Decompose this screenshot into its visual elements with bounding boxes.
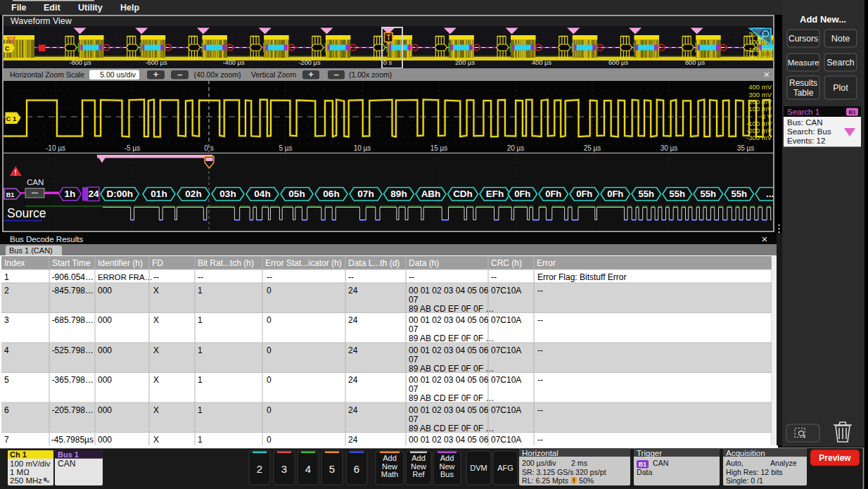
svg-text:X: X xyxy=(153,405,159,415)
svg-text:-200 µs: -200 µs xyxy=(298,59,321,66)
svg-text:+: + xyxy=(153,69,159,80)
svg-text:24: 24 xyxy=(88,189,99,199)
svg-text:Utility: Utility xyxy=(78,3,103,13)
svg-text:RL: 6.25 Mpts: RL: 6.25 Mpts xyxy=(522,476,568,485)
svg-text:0Fh: 0Fh xyxy=(545,189,561,199)
svg-text:X: X xyxy=(153,375,159,385)
svg-text:+: + xyxy=(308,69,314,80)
svg-text:5: 5 xyxy=(4,375,9,385)
svg-text:1h: 1h xyxy=(65,189,76,199)
svg-text:0: 0 xyxy=(267,405,272,415)
svg-text:0 s: 0 s xyxy=(383,59,392,66)
svg-text:600 µs: 600 µs xyxy=(608,59,628,66)
svg-text:02h: 02h xyxy=(185,189,201,199)
svg-text:(1.00x zoom): (1.00x zoom) xyxy=(349,70,392,79)
svg-text:35 µs: 35 µs xyxy=(737,144,755,152)
svg-text:89 AB CD EF 0F 0F …: 89 AB CD EF 0F 0F … xyxy=(409,364,494,374)
svg-text:05h: 05h xyxy=(288,189,305,199)
svg-text:Data (h): Data (h) xyxy=(409,258,439,268)
svg-text:07: 07 xyxy=(409,324,419,334)
svg-text:-845.798…: -845.798… xyxy=(52,286,94,296)
svg-text:200 µs/div: 200 µs/div xyxy=(522,459,556,467)
svg-text:55h: 55h xyxy=(670,189,685,199)
svg-text:1: 1 xyxy=(4,272,9,282)
svg-text:Bus Decode Results: Bus Decode Results xyxy=(10,235,83,243)
svg-text:-5 µs: -5 µs xyxy=(125,144,140,152)
svg-text:–: – xyxy=(177,69,182,80)
svg-text:24: 24 xyxy=(348,405,358,415)
svg-text:07: 07 xyxy=(409,355,419,364)
svg-text:000: 000 xyxy=(98,375,112,385)
svg-text:000: 000 xyxy=(98,435,112,445)
svg-text:Search 1: Search 1 xyxy=(787,108,819,116)
svg-text:Add: Add xyxy=(440,454,454,462)
svg-text:–: – xyxy=(333,69,338,80)
svg-text:4: 4 xyxy=(305,463,311,475)
svg-text:24: 24 xyxy=(348,286,358,296)
svg-text:07C10A: 07C10A xyxy=(491,375,521,385)
svg-text:0Fh: 0Fh xyxy=(514,189,530,199)
svg-text:07C10A: 07C10A xyxy=(491,315,521,325)
svg-text:Bit Rat...tch (h): Bit Rat...tch (h) xyxy=(198,258,254,268)
svg-text:X: X xyxy=(153,345,159,355)
svg-text:24: 24 xyxy=(348,375,358,385)
svg-text:89h: 89h xyxy=(390,189,407,199)
svg-text:--: -- xyxy=(491,272,497,282)
svg-text:CAN: CAN xyxy=(653,459,668,467)
svg-text:000: 000 xyxy=(98,315,112,325)
svg-text:Analyze: Analyze xyxy=(770,459,797,467)
svg-text:High Res: 12 bits: High Res: 12 bits xyxy=(726,468,783,476)
svg-text:Table: Table xyxy=(793,88,814,98)
svg-text:06h: 06h xyxy=(323,189,339,199)
svg-text:--: -- xyxy=(409,272,414,282)
svg-text:Add: Add xyxy=(411,454,426,462)
svg-text:1: 1 xyxy=(198,435,203,445)
svg-text:-906.054…: -906.054… xyxy=(52,272,94,282)
svg-text:0: 0 xyxy=(267,345,272,355)
svg-text:Math: Math xyxy=(381,470,398,478)
svg-text:-600 µs: -600 µs xyxy=(145,59,167,66)
svg-text:55h: 55h xyxy=(639,189,654,199)
svg-text:20 µs: 20 µs xyxy=(507,144,525,152)
svg-text:Single: 0 /1: Single: 0 /1 xyxy=(726,476,763,485)
svg-text:000: 000 xyxy=(98,345,112,355)
svg-text:--: -- xyxy=(537,405,543,415)
svg-text:1: 1 xyxy=(198,315,203,325)
svg-text:Ref: Ref xyxy=(412,470,425,478)
svg-text:6: 6 xyxy=(4,405,9,415)
svg-text:Acquisition: Acquisition xyxy=(726,449,765,457)
svg-text:Edit: Edit xyxy=(44,3,60,13)
svg-text:DVM: DVM xyxy=(470,464,487,472)
svg-text:07C10A: 07C10A xyxy=(491,286,521,296)
svg-text:2 ms: 2 ms xyxy=(571,459,587,467)
svg-text:24: 24 xyxy=(348,315,358,325)
svg-text:07: 07 xyxy=(409,414,419,424)
svg-text:5.00 us/div: 5.00 us/div xyxy=(100,70,136,79)
svg-text:Bus 1: Bus 1 xyxy=(58,450,79,459)
svg-text:Data L...th (d): Data L...th (d) xyxy=(348,258,400,268)
svg-text:Error Flag: Bitstuff Error: Error Flag: Bitstuff Error xyxy=(537,272,626,282)
svg-text:89 AB CD EF 0F 0F …: 89 AB CD EF 0F 0F … xyxy=(409,424,494,433)
svg-text:AFG: AFG xyxy=(497,464,513,472)
svg-text:Ch 1: Ch 1 xyxy=(10,450,27,459)
svg-text:Bus: Bus xyxy=(440,470,454,478)
svg-text:25 µs: 25 µs xyxy=(584,144,601,152)
svg-text:000: 000 xyxy=(98,405,112,415)
svg-text:07: 07 xyxy=(409,295,419,305)
svg-text:Vertical Zoom: Vertical Zoom xyxy=(251,70,296,79)
svg-text:(40.00x zoom): (40.00x zoom) xyxy=(194,70,241,79)
svg-text:CDh: CDh xyxy=(453,189,473,199)
svg-text:1: 1 xyxy=(198,286,203,296)
svg-text:250 MHz: 250 MHz xyxy=(10,476,42,485)
svg-text:Identifier (h): Identifier (h) xyxy=(98,258,143,268)
svg-text:EFh: EFh xyxy=(486,189,504,199)
svg-text:3: 3 xyxy=(4,315,9,325)
svg-text:...: ... xyxy=(766,189,774,199)
svg-text:-100 mV: -100 mV xyxy=(746,46,772,53)
svg-text:Error: Error xyxy=(537,258,556,268)
svg-text:89 AB CD EF 0F 0F …: 89 AB CD EF 0F 0F … xyxy=(409,304,494,314)
svg-text:0: 0 xyxy=(267,435,272,445)
svg-text:15 µs: 15 µs xyxy=(430,144,448,152)
svg-text:D:00h: D:00h xyxy=(106,189,133,199)
svg-text:0 s: 0 s xyxy=(204,144,213,152)
